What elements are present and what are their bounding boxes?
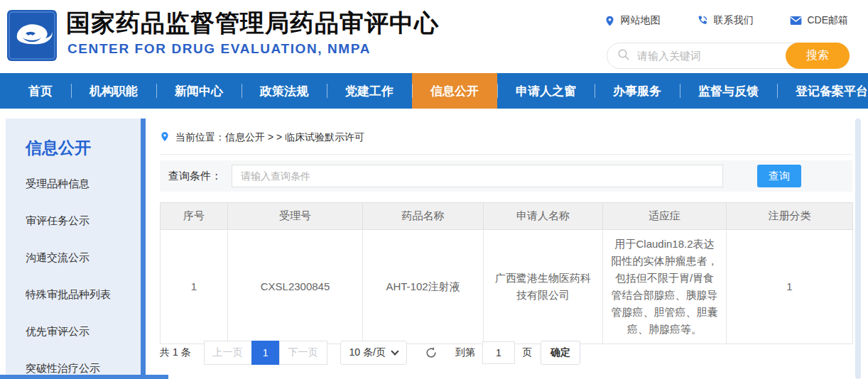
nav-item-functions[interactable]: 机构职能 — [71, 73, 156, 109]
breadcrumb: 当前位置：信息公开 > > 临床试验默示许可 — [160, 121, 852, 155]
cde-logo — [7, 10, 57, 61]
page-size-label: 10 条/页 — [349, 346, 386, 359]
mailbox-link[interactable]: CDE邮箱 — [790, 14, 848, 27]
refresh-icon[interactable] — [424, 346, 438, 360]
site-search: 搜索 — [607, 43, 850, 69]
sidebar-item-communication[interactable]: 沟通交流公示 — [26, 251, 141, 265]
query-button[interactable]: 查询 — [757, 165, 801, 187]
nav-item-registration-platform[interactable]: 登记备案平台 — [777, 73, 868, 109]
site-title: 国家药品监督管理局药品审评中心 — [66, 7, 439, 40]
pagination: 共 1 条 上一页 1 下一页 10 条/页 到第 页 确定 — [160, 341, 852, 365]
cell-acceptance-no: CXSL2300845 — [228, 230, 363, 344]
main-nav: 首页 机构职能 新闻中心 政策法规 党建工作 信息公开 申请人之窗 办事服务 监… — [0, 73, 868, 109]
scrollbar[interactable] — [855, 119, 861, 379]
query-bar: 查询条件： 查询 — [160, 160, 852, 192]
mailbox-label: CDE邮箱 — [807, 14, 848, 27]
nav-item-services[interactable]: 办事服务 — [595, 73, 680, 109]
sitemap-label: 网站地图 — [620, 14, 660, 27]
nav-item-home[interactable]: 首页 — [10, 73, 71, 109]
sidebar-divider — [141, 119, 146, 379]
result-table: 序号 受理号 药品名称 申请人名称 适应症 注册分类 1 CXSL2300845… — [160, 202, 853, 344]
search-input[interactable] — [630, 50, 786, 62]
goto-page-input[interactable] — [482, 341, 515, 364]
cell-registration-class: 1 — [727, 230, 853, 344]
breadcrumb-pin-icon — [160, 131, 170, 145]
goto-prefix-label: 到第 — [455, 346, 475, 359]
prev-page-button[interactable]: 上一页 — [204, 341, 252, 365]
confirm-button[interactable]: 确定 — [541, 341, 580, 365]
nav-item-supervision[interactable]: 监督与反馈 — [680, 73, 777, 109]
col-header-drug-name: 药品名称 — [363, 203, 484, 230]
contact-link[interactable]: 联系我们 — [697, 14, 753, 27]
header: 国家药品监督管理局药品审评中心 CENTER FOR DRUG EVALUATI… — [0, 0, 868, 73]
sidebar-item-breakthrough-therapy[interactable]: 突破性治疗公示 — [26, 362, 141, 375]
col-header-acceptance-no: 受理号 — [228, 203, 363, 230]
location-pin-icon — [604, 15, 615, 27]
col-header-registration-class: 注册分类 — [727, 203, 853, 230]
search-button[interactable]: 搜索 — [786, 43, 850, 69]
nav-item-policy[interactable]: 政策法规 — [242, 73, 327, 109]
breadcrumb-text: 当前位置：信息公开 > > 临床试验默示许可 — [175, 131, 364, 144]
sidebar-item-accepted-varieties[interactable]: 受理品种信息 — [26, 177, 141, 191]
sidebar: 信息公开 受理品种信息 审评任务公示 沟通交流公示 特殊审批品种列表 优先审评公… — [6, 119, 141, 379]
page-size-select[interactable]: 10 条/页 — [340, 341, 407, 365]
page: 国家药品监督管理局药品审评中心 CENTER FOR DRUG EVALUATI… — [0, 0, 868, 379]
sidebar-title: 信息公开 — [26, 137, 141, 159]
search-icon — [617, 48, 630, 64]
cell-indication: 用于Claudin18.2表达阳性的实体肿瘤患者，包括但不限于胃/胃食管结合部腺… — [603, 230, 727, 344]
nav-item-party[interactable]: 党建工作 — [327, 73, 412, 109]
sidebar-item-priority-review[interactable]: 优先审评公示 — [26, 325, 141, 339]
col-header-serial: 序号 — [161, 203, 228, 230]
footer-strip — [0, 375, 168, 379]
query-label: 查询条件： — [168, 170, 222, 183]
goto-suffix-label: 页 — [522, 346, 532, 359]
table-row: 1 CXSL2300845 AHT-102注射液 广西鹭港生物医药科技有限公司 … — [161, 230, 853, 344]
col-header-indication: 适应症 — [603, 203, 727, 230]
nav-item-news[interactable]: 新闻中心 — [156, 73, 242, 109]
quick-links: 网站地图 联系我们 CDE邮箱 — [604, 14, 848, 27]
next-page-button[interactable]: 下一页 — [279, 341, 327, 365]
site-subtitle: CENTER FOR DRUG EVALUATION, NMPA — [67, 41, 371, 57]
sitemap-link[interactable]: 网站地图 — [604, 14, 660, 27]
page-number-button[interactable]: 1 — [251, 341, 280, 365]
total-count: 共 1 条 — [160, 346, 191, 359]
table-header-row: 序号 受理号 药品名称 申请人名称 适应症 注册分类 — [161, 203, 853, 230]
sidebar-item-special-approval[interactable]: 特殊审批品种列表 — [26, 288, 141, 302]
cell-drug-name: AHT-102注射液 — [363, 230, 484, 344]
cell-applicant: 广西鹭港生物医药科技有限公司 — [484, 230, 603, 344]
phone-icon — [697, 15, 708, 26]
nav-item-info-disclosure[interactable]: 信息公开 — [412, 73, 497, 109]
cell-serial: 1 — [161, 230, 228, 344]
mail-icon — [790, 16, 802, 26]
chevron-down-icon — [391, 347, 398, 355]
sidebar-item-review-tasks[interactable]: 审评任务公示 — [26, 214, 141, 228]
query-input[interactable] — [232, 165, 723, 187]
nav-item-applicant[interactable]: 申请人之窗 — [497, 73, 595, 109]
col-header-applicant: 申请人名称 — [484, 203, 603, 230]
contact-label: 联系我们 — [713, 14, 753, 27]
